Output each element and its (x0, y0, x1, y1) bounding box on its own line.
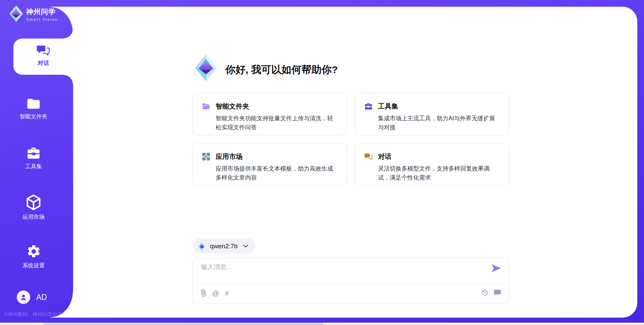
user-icon (19, 293, 28, 301)
sidebar-item-toolset[interactable]: 工具集 (10, 147, 57, 170)
model-selector[interactable]: qwen2:7b (193, 239, 255, 254)
brand-logo-icon (8, 5, 24, 24)
card-smart-folder[interactable]: 智能文件夹 智能文件夹功能支持批量文件上传与清洗，轻松实现文件问答 (192, 93, 347, 135)
sidebar-item-label: 系统设置 (10, 262, 57, 269)
model-logo-icon (198, 242, 206, 251)
chat-icon (364, 153, 373, 160)
sidebar-item-label: 应用市场 (10, 213, 57, 221)
card-description: 集成市场上主流工具，助力AI与外界无缝扩展与对接 (378, 114, 499, 132)
card-title: 智能文件夹 (216, 102, 249, 111)
sidebar-item-smart-folder[interactable]: 智能文件夹 (10, 98, 57, 120)
card-chat[interactable]: 对话 灵活切换多模型文件，支持多样回复效果调试，满足个性化需求 (355, 143, 509, 186)
brand-text: 神州问学 Smart Vision (26, 7, 58, 21)
folder-open-icon (202, 103, 210, 110)
card-title: 工具集 (378, 102, 398, 111)
gear-icon (10, 244, 57, 259)
horizontal-scrollbar-thumb[interactable] (44, 323, 324, 325)
history-icon[interactable] (481, 289, 489, 297)
tab-fillet-bottom (64, 75, 73, 84)
card-description: 智能文件夹功能支持批量文件上传与清洗，轻松实现文件问答 (216, 114, 337, 132)
cube-icon (10, 194, 57, 210)
card-description: 灵活切换多模型文件，支持多样回复效果调试，满足个性化需求 (378, 164, 499, 182)
page-title: 你好, 我可以如何帮助你? (225, 63, 338, 77)
at-icon[interactable]: @ (212, 289, 219, 297)
composer-divider (198, 284, 503, 284)
sidebar-item-settings[interactable]: 系统设置 (10, 244, 57, 269)
sidebar-item-label: 智能文件夹 (10, 113, 57, 120)
folder-icon (10, 98, 57, 110)
paperclip-icon[interactable] (201, 289, 206, 297)
user-row[interactable]: AD (17, 290, 47, 304)
chat-icon (13, 44, 73, 57)
sidebar-item-label: 对话 (13, 59, 73, 67)
brand-subtitle: Smart Vision (26, 17, 58, 21)
card-title: 对话 (378, 152, 391, 161)
copyright: ©神州数码 · 神州问学出品 (4, 311, 62, 318)
toolbox-icon (364, 103, 373, 110)
app-logo-icon (193, 54, 219, 83)
brand-title: 神州问学 (26, 7, 58, 16)
sidebar-item-label: 工具集 (10, 163, 57, 170)
message-composer: @ # (192, 258, 509, 304)
avatar (17, 290, 30, 304)
chat-bubble-icon[interactable] (494, 289, 501, 296)
app-grid-icon (202, 152, 210, 161)
card-toolset[interactable]: 工具集 集成市场上主流工具，助力AI与外界无缝扩展与对接 (355, 93, 509, 135)
card-app-market[interactable]: 应用市场 应用市场提供丰富长文本模板，助力高效生成多样化文章内容 (192, 143, 347, 186)
model-name: qwen2:7b (210, 243, 237, 250)
card-description: 应用市场提供丰富长文本模板，助力高效生成多样化文章内容 (216, 164, 337, 182)
tab-fillet-top (64, 29, 73, 39)
send-icon[interactable] (491, 264, 502, 273)
message-input[interactable] (201, 263, 483, 282)
sidebar-item-chat[interactable]: 对话 (13, 39, 73, 75)
card-title: 应用市场 (216, 152, 243, 161)
chevron-down-icon (243, 245, 248, 248)
toolbox-icon (10, 147, 57, 160)
user-name: AD (36, 293, 47, 302)
sidebar-item-app-market[interactable]: 应用市场 (10, 194, 57, 221)
hash-icon[interactable]: # (225, 289, 229, 297)
